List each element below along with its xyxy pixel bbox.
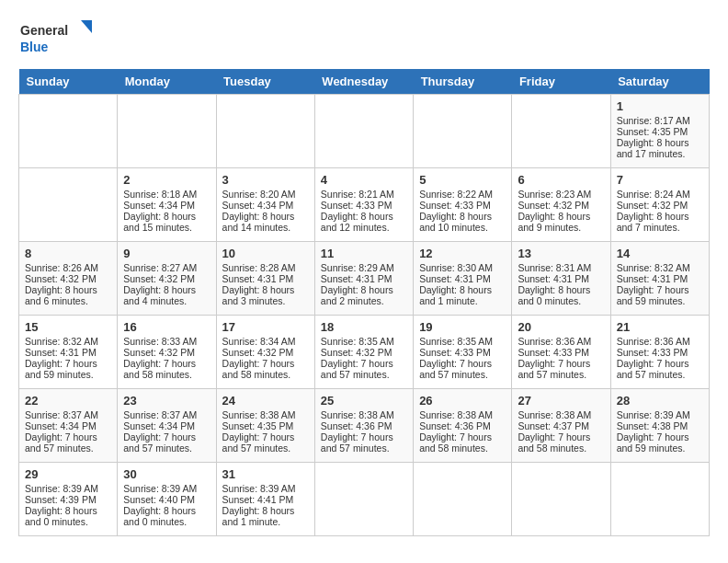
- day-number: 2: [123, 173, 210, 187]
- sunset: Sunset: 4:31 PM: [222, 273, 294, 284]
- daylight: Daylight: 7 hours and 57 minutes.: [321, 358, 393, 380]
- sunrise: Sunrise: 8:37 AM: [123, 409, 197, 420]
- daylight: Daylight: 8 hours and 0 minutes.: [518, 284, 590, 306]
- day-number: 24: [222, 394, 309, 408]
- sunset: Sunset: 4:39 PM: [25, 494, 97, 505]
- sunrise: Sunrise: 8:38 AM: [419, 409, 493, 420]
- sunrise: Sunrise: 8:26 AM: [25, 262, 98, 273]
- svg-text:Blue: Blue: [20, 40, 49, 54]
- daylight: Daylight: 7 hours and 58 minutes.: [123, 358, 196, 380]
- daylight: Daylight: 8 hours and 0 minutes.: [25, 505, 97, 527]
- daylight: Daylight: 7 hours and 57 minutes.: [25, 431, 97, 454]
- sunset: Sunset: 4:32 PM: [617, 200, 688, 211]
- daylight: Daylight: 7 hours and 58 minutes.: [419, 431, 492, 454]
- day-number: 26: [419, 394, 506, 408]
- day-number: 19: [419, 320, 506, 334]
- sunrise: Sunrise: 8:34 AM: [222, 336, 296, 347]
- daylight: Daylight: 8 hours and 15 minutes.: [123, 211, 196, 233]
- daylight: Daylight: 7 hours and 57 minutes.: [321, 431, 393, 454]
- day-cell: [314, 463, 413, 536]
- sunrise: Sunrise: 8:21 AM: [321, 189, 394, 200]
- sunrise: Sunrise: 8:17 AM: [617, 115, 690, 126]
- sunset: Sunset: 4:41 PM: [222, 494, 294, 505]
- day-cell: [19, 168, 118, 242]
- day-number: 21: [617, 320, 703, 334]
- sunrise: Sunrise: 8:38 AM: [321, 409, 394, 420]
- empty-cell: [118, 95, 216, 168]
- day-number: 11: [321, 247, 407, 260]
- sunrise: Sunrise: 8:35 AM: [321, 336, 394, 347]
- sunset: Sunset: 4:34 PM: [123, 420, 195, 431]
- day-cell: 28Sunrise: 8:39 AMSunset: 4:38 PMDayligh…: [610, 389, 709, 463]
- sunset: Sunset: 4:34 PM: [25, 420, 97, 431]
- empty-cell: [512, 95, 610, 168]
- sunrise: Sunrise: 8:39 AM: [222, 483, 296, 494]
- day-cell: 21Sunrise: 8:36 AMSunset: 4:33 PMDayligh…: [610, 316, 709, 389]
- sunset: Sunset: 4:31 PM: [419, 273, 491, 284]
- sunrise: Sunrise: 8:22 AM: [419, 189, 493, 200]
- day-number: 29: [25, 467, 111, 481]
- sunset: Sunset: 4:32 PM: [518, 200, 589, 211]
- header-row: SundayMondayTuesdayWednesdayThursdayFrid…: [19, 69, 710, 95]
- day-cell: 27Sunrise: 8:38 AMSunset: 4:37 PMDayligh…: [512, 389, 610, 463]
- logo-svg: General Blue: [18, 18, 92, 60]
- daylight: Daylight: 7 hours and 57 minutes.: [419, 358, 492, 380]
- sunset: Sunset: 4:32 PM: [321, 347, 392, 358]
- sunset: Sunset: 4:33 PM: [419, 200, 491, 211]
- sunrise: Sunrise: 8:32 AM: [617, 262, 690, 273]
- daylight: Daylight: 8 hours and 3 minutes.: [222, 284, 295, 306]
- day-cell: 17Sunrise: 8:34 AMSunset: 4:32 PMDayligh…: [216, 316, 314, 389]
- header-day: Sunday: [19, 69, 118, 95]
- day-number: 5: [419, 173, 506, 187]
- daylight: Daylight: 7 hours and 57 minutes.: [222, 431, 295, 454]
- week-row: 1Sunrise: 8:17 AMSunset: 4:35 PMDaylight…: [19, 95, 710, 168]
- svg-marker-2: [81, 20, 92, 33]
- daylight: Daylight: 8 hours and 9 minutes.: [518, 211, 590, 233]
- daylight: Daylight: 8 hours and 17 minutes.: [617, 137, 689, 159]
- day-number: 28: [617, 394, 703, 408]
- week-row: 15Sunrise: 8:32 AMSunset: 4:31 PMDayligh…: [19, 316, 710, 389]
- calendar-table: SundayMondayTuesdayWednesdayThursdayFrid…: [18, 69, 710, 536]
- day-cell: 25Sunrise: 8:38 AMSunset: 4:36 PMDayligh…: [314, 389, 413, 463]
- sunset: Sunset: 4:35 PM: [222, 420, 294, 431]
- sunset: Sunset: 4:33 PM: [617, 347, 688, 358]
- sunrise: Sunrise: 8:31 AM: [518, 262, 591, 273]
- sunset: Sunset: 4:31 PM: [518, 273, 589, 284]
- day-number: 1: [617, 99, 703, 113]
- day-number: 25: [321, 394, 407, 408]
- sunset: Sunset: 4:32 PM: [25, 273, 97, 284]
- day-cell: 7Sunrise: 8:24 AMSunset: 4:32 PMDaylight…: [610, 168, 709, 242]
- day-cell: 31Sunrise: 8:39 AMSunset: 4:41 PMDayligh…: [216, 463, 314, 536]
- day-cell: [610, 463, 709, 536]
- daylight: Daylight: 8 hours and 4 minutes.: [123, 284, 196, 306]
- day-number: 15: [25, 320, 111, 334]
- day-cell: 6Sunrise: 8:23 AMSunset: 4:32 PMDaylight…: [512, 168, 610, 242]
- daylight: Daylight: 8 hours and 6 minutes.: [25, 284, 97, 306]
- sunrise: Sunrise: 8:28 AM: [222, 262, 296, 273]
- empty-cell: [19, 95, 118, 168]
- sunset: Sunset: 4:31 PM: [321, 273, 392, 284]
- day-cell: 2Sunrise: 8:18 AMSunset: 4:34 PMDaylight…: [118, 168, 216, 242]
- daylight: Daylight: 7 hours and 59 minutes.: [25, 358, 97, 380]
- daylight: Daylight: 7 hours and 57 minutes.: [123, 431, 196, 454]
- sunset: Sunset: 4:37 PM: [518, 420, 589, 431]
- sunset: Sunset: 4:32 PM: [123, 347, 195, 358]
- day-number: 16: [123, 320, 210, 334]
- daylight: Daylight: 8 hours and 12 minutes.: [321, 211, 393, 233]
- day-number: 23: [123, 394, 210, 408]
- empty-cell: [414, 95, 512, 168]
- daylight: Daylight: 7 hours and 57 minutes.: [518, 358, 590, 380]
- sunrise: Sunrise: 8:20 AM: [222, 189, 296, 200]
- header-day: Saturday: [610, 69, 709, 95]
- svg-text:General: General: [20, 23, 68, 38]
- day-cell: 30Sunrise: 8:39 AMSunset: 4:40 PMDayligh…: [118, 463, 216, 536]
- day-number: 31: [222, 467, 309, 481]
- empty-cell: [314, 95, 413, 168]
- sunrise: Sunrise: 8:39 AM: [123, 483, 197, 494]
- sunset: Sunset: 4:34 PM: [222, 200, 294, 211]
- day-number: 14: [617, 247, 703, 260]
- sunrise: Sunrise: 8:37 AM: [25, 409, 98, 420]
- sunset: Sunset: 4:33 PM: [321, 200, 392, 211]
- sunrise: Sunrise: 8:39 AM: [25, 483, 98, 494]
- day-cell: 15Sunrise: 8:32 AMSunset: 4:31 PMDayligh…: [19, 316, 118, 389]
